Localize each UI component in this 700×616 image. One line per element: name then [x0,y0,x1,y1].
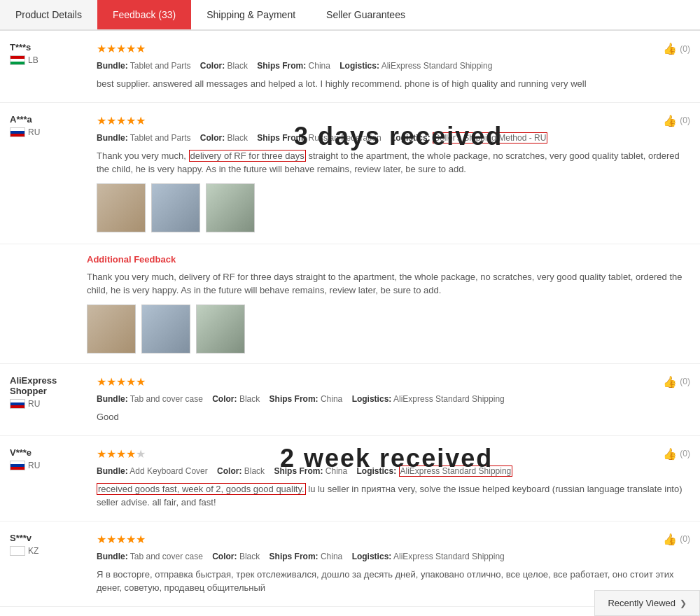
thumbs-up-button[interactable]: 👍 (0) [663,375,690,388]
tab-shipping[interactable]: Shipping & Payment [191,0,311,29]
star-rating: ★ ★ ★ ★ ★ [97,42,690,55]
logistics-value: AliExpress Standard Shipping [393,394,505,404]
color-label: Color: [212,552,237,561]
review-item: 👍 (0) T***s LB ★ ★ ★ ★ ★ Bun [0,31,700,103]
review-body: ★ ★ ★ ★ ★ Bundle: Tab and cover case Col… [87,375,690,424]
bundle-value: Tab and cover case [130,552,203,561]
star-2: ★ [106,447,116,461]
tab-product-details[interactable]: Product Details [0,0,97,29]
add-review-image-2[interactable] [141,304,190,354]
review-item: 👍 (0) AliExpress Shopper RU ★ ★ ★ ★ ★ [0,364,700,436]
star-4: ★ [126,42,136,55]
color-value: Black [227,133,248,143]
color-label: Color: [200,133,225,143]
ships-from-label: Ships From: [270,394,318,404]
review-text: Good [97,410,690,424]
logistics-label: Logistics: [340,61,379,71]
reviews-wrapper: 3 days received 2 week received 👍 (0) T*… [0,31,700,607]
country-code: RU [28,399,40,409]
review-image-3[interactable] [206,183,255,232]
star-3: ★ [116,114,126,127]
star-2: ★ [106,533,116,546]
flag-icon [10,461,25,470]
thumbs-up-button[interactable]: 👍 (0) [663,42,690,55]
thumbs-up-icon: 👍 [663,533,677,546]
bundle-label: Bundle: [97,133,128,143]
star-1: ★ [97,533,106,546]
review-meta: Bundle: Tablet and Parts Color: Black Sh… [97,59,690,73]
star-1: ★ [97,42,106,55]
add-review-image-1[interactable] [87,304,136,354]
color-label: Color: [200,61,225,71]
flag-icon [10,399,25,409]
color-label: Color: [217,466,241,476]
tab-seller[interactable]: Seller Guarantees [311,0,421,29]
color-label: Color: [212,394,237,404]
thumb-count: (0) [680,44,690,54]
ships-from-value: China [309,61,330,71]
bundle-label: Bundle: [97,61,128,71]
thumbs-up-icon: 👍 [663,447,677,461]
bundle-label: Bundle: [97,552,128,561]
thumbs-up-button[interactable]: 👍 (0) [663,447,690,461]
reviewer-country: KZ [10,546,38,556]
star-5: ★ [136,533,146,546]
star-4: ★ [126,375,136,388]
color-value: Black [239,552,260,561]
bundle-value: Tablet and Parts [130,133,191,143]
reviewer-name: AliExpress Shopper [10,375,87,396]
review-text: received goods fast, week of 2, goods go… [97,482,690,510]
reviewer-info: T***s LB [10,42,87,65]
bundle-value: Add Keyboard Cover [130,466,207,476]
country-code: RU [28,127,40,137]
star-2: ★ [106,375,116,388]
bundle-label: Bundle: [97,466,128,476]
star-1: ★ [97,114,106,127]
review-body: ★ ★ ★ ★ ★ Bundle: Tab and cover case Col… [87,533,690,595]
recently-viewed-button[interactable]: Recently Viewed ❯ [594,590,700,607]
star-5: ★ [136,375,146,388]
thumb-count: (0) [680,449,690,458]
review-body: ★ ★ ★ ★ ★ Bundle: Add Keyboard Cover Col… [87,447,690,510]
add-review-image-3[interactable] [196,304,245,354]
country-code: LB [28,55,38,65]
reviewer-info: S***v KZ [10,533,87,556]
bundle-label: Bundle: [97,394,128,404]
logistics-value: AliExpress Standard Shipping [382,61,493,71]
thumbs-up-button[interactable]: 👍 (0) [663,114,690,127]
star-5: ★ [136,42,146,55]
ships-from-value: China [321,394,342,404]
review-image-1[interactable] [97,183,146,232]
logistics-highlighted: Seller's Shipping Method - RU [433,132,547,144]
star-4: ★ [126,114,136,127]
thumb-count: (0) [680,115,690,125]
ships-from-label: Ships From: [274,466,323,476]
star-4: ★ [126,447,136,461]
reviewer-name: S***v [10,533,31,543]
thumbs-up-button[interactable]: 👍 (0) [663,533,690,546]
star-rating: ★ ★ ★ ★ ★ [97,447,690,461]
additional-feedback-section: Additional Feedback Thank you very much,… [0,244,700,364]
ships-from-value: Russian Federation [309,133,382,143]
reviewer-name: V***e [10,447,31,458]
review-header: V***e RU ★ ★ ★ ★ ★ Bundle: Add Keyboard … [10,447,690,510]
star-1: ★ [97,375,106,388]
text-highlight: delivery of RF for three days [189,150,306,162]
star-2: ★ [106,114,116,127]
logistics-label: Logistics: [352,552,392,561]
tab-feedback[interactable]: Feedback (33) [97,0,191,29]
logistics-value: AliExpress Standard Shipping [393,552,505,561]
review-images [97,183,690,232]
additional-feedback-images [87,304,690,354]
review-header: AliExpress Shopper RU ★ ★ ★ ★ ★ Bundle: … [10,375,690,424]
thumb-count: (0) [680,534,690,544]
reviewer-country: RU [10,127,40,137]
thumbs-up-icon: 👍 [663,375,677,388]
thumb-count: (0) [680,377,690,386]
ships-from-label: Ships From: [257,133,306,143]
review-image-2[interactable] [151,183,200,232]
reviewer-info: AliExpress Shopper RU [10,375,87,409]
star-rating: ★ ★ ★ ★ ★ [97,114,690,127]
review-body: ★ ★ ★ ★ ★ Bundle: Tablet and Parts Color… [87,114,690,232]
star-3: ★ [116,447,126,461]
